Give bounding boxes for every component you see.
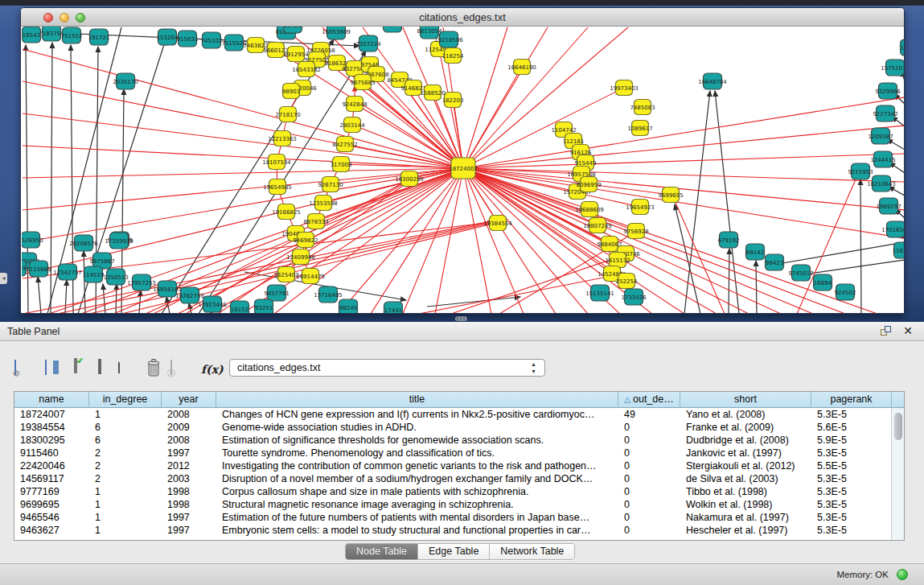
graph-node[interactable]: 16648784	[698, 73, 727, 89]
graph-node[interactable]: 9457791	[264, 285, 289, 301]
graph-node[interactable]: 17441	[384, 302, 403, 314]
table-row[interactable]: 1872400712008Changes of HCN gene express…	[14, 408, 892, 421]
column-header-out_de[interactable]: △out_de…	[618, 392, 680, 408]
tab-node-table[interactable]: Node Table	[346, 544, 418, 559]
graph-node[interactable]: 915031	[177, 31, 199, 47]
column-header-short[interactable]: short	[680, 392, 811, 408]
graph-node[interactable]: 98901	[282, 84, 300, 99]
table-row[interactable]: 911546021997Tourette syndrome. Phenomeno…	[14, 447, 892, 459]
graph-node[interactable]: 2718170	[275, 107, 300, 122]
graph-node[interactable]: 2803144	[339, 117, 365, 133]
graph-node[interactable]: 2035170	[113, 73, 138, 89]
graph-node[interactable]: 12213363	[268, 131, 297, 146]
table-row[interactable]: 946362711997Embryonic stem cells: a mode…	[14, 524, 892, 537]
table-row[interactable]: 1830029562008Estimation of significance …	[14, 434, 892, 447]
table-row[interactable]: 946554611997Estimation of the future num…	[14, 511, 892, 524]
graph-node[interactable]: 9329966	[875, 83, 901, 99]
graph-node[interactable]: 116753	[893, 242, 905, 258]
graph-node[interactable]: 317008	[331, 157, 352, 172]
graph-node[interactable]: 8878334	[303, 214, 329, 229]
graph-node[interactable]: 153204	[157, 29, 179, 45]
table-mode-button[interactable]: ⚙	[14, 360, 16, 383]
graph-node[interactable]: 16305	[384, 27, 402, 32]
float-panel-icon[interactable]	[881, 326, 892, 337]
graph-node[interactable]: 1115689	[26, 261, 51, 277]
graph-node[interactable]: 16543	[23, 27, 41, 43]
function-builder-button[interactable]: f(x)	[201, 362, 224, 385]
splitter-handle[interactable]	[455, 316, 467, 321]
graph-node[interactable]: 16646190	[507, 60, 536, 75]
table-selector-dropdown[interactable]: citations_edges.txt ▲▼	[229, 359, 545, 377]
graph-node[interactable]: 10688609	[575, 202, 604, 217]
graph-node[interactable]: 15723	[284, 27, 302, 33]
graph-node[interactable]: 98245	[339, 299, 358, 314]
graph-node[interactable]: 2526950	[22, 232, 43, 248]
graph-node[interactable]: 16894	[814, 274, 832, 290]
graph-node[interactable]: 18724007	[449, 158, 478, 179]
column-header-name[interactable]: name	[14, 392, 89, 408]
graph-node[interactable]: 7485083	[630, 100, 655, 115]
graph-node[interactable]: 18107534	[262, 154, 291, 170]
table-row[interactable]: 1456911722003Disruption of a novel membe…	[14, 472, 892, 485]
create-column-button[interactable]	[118, 359, 120, 381]
graph-node[interactable]: 1209387	[868, 128, 893, 144]
column-header-title[interactable]: title	[216, 392, 618, 408]
graph-node[interactable]: 16053809	[322, 27, 351, 39]
collapse-west-panel-arrow[interactable]: ◂	[0, 273, 7, 284]
graph-node[interactable]: 9227342	[873, 105, 897, 122]
graph-node[interactable]: 15135141	[585, 285, 614, 301]
table-row[interactable]: 1938455462009Genome-wide association stu…	[14, 421, 892, 434]
tab-network-table[interactable]: Network Table	[490, 544, 574, 559]
graph-node[interactable]: 114519	[83, 266, 105, 282]
graph-node[interactable]: 191721	[88, 29, 110, 45]
graph-node[interactable]: 7625402	[273, 267, 298, 282]
column-header-in_degree[interactable]: in_degree	[89, 392, 162, 408]
graph-node[interactable]: 20206576	[69, 235, 98, 251]
graph-node[interactable]: 182203	[442, 93, 464, 108]
graph-node[interactable]: 7357224	[355, 35, 381, 51]
graph-node[interactable]: 1350513	[103, 269, 128, 285]
graph-node[interactable]: 11174	[901, 39, 906, 56]
graph-node[interactable]: 13716485	[314, 286, 343, 303]
graph-node[interactable]: 93251	[255, 299, 273, 314]
graph-node[interactable]: 9267130	[318, 177, 343, 192]
scrollbar-thumb[interactable]	[894, 413, 902, 440]
table-row[interactable]: 2242004622012Investigating the contribut…	[14, 459, 892, 472]
table-row[interactable]: 969969511998Structural magnetic resonanc…	[14, 498, 892, 511]
column-header-pagerank[interactable]: pagerank	[811, 392, 892, 408]
network-window-titlebar[interactable]: citations_edges.txt	[21, 8, 904, 27]
row-height-button[interactable]	[98, 360, 101, 382]
graph-node[interactable]: 1089617	[627, 121, 652, 136]
graph-node[interactable]: 15751074	[881, 60, 905, 76]
graph-node[interactable]: 1969297	[876, 198, 901, 214]
graph-node[interactable]: 1244415	[870, 151, 895, 167]
network-canvas[interactable]: 1872400774638229660123891295418226058932…	[22, 27, 905, 314]
graph-node[interactable]: 18375	[43, 27, 61, 41]
graph-node[interactable]: 751552	[61, 27, 83, 43]
select-columns-button[interactable]	[74, 359, 77, 381]
graph-node[interactable]: 924502	[835, 284, 856, 300]
column-header-year[interactable]: year	[162, 392, 216, 408]
graph-node[interactable]: 745102	[201, 32, 223, 48]
graph-node[interactable]: 1733426	[621, 289, 647, 305]
show-column-button[interactable]	[45, 360, 47, 383]
graph-node[interactable]: 252254	[616, 274, 638, 289]
graph-node[interactable]: 19654923	[626, 200, 655, 215]
graph-node[interactable]: 7515520	[221, 35, 246, 51]
table-scrollbar[interactable]	[891, 408, 904, 540]
delete-table-button[interactable]: ⓧ	[170, 360, 172, 383]
graph-node[interactable]: 9745012	[788, 265, 813, 281]
tab-edge-table[interactable]: Edge Table	[418, 544, 490, 559]
graph-node[interactable]: 118254	[442, 48, 464, 64]
graph-node[interactable]: 19654985	[263, 179, 292, 195]
graph-node[interactable]: 16210643	[867, 175, 896, 192]
table-row[interactable]: 977716911998Corpus callosum shape and si…	[14, 485, 892, 498]
graph-node[interactable]: 679192	[718, 232, 740, 248]
graph-node[interactable]: 89142	[746, 244, 765, 260]
graph-node[interactable]: 19166825	[272, 204, 301, 220]
close-panel-icon[interactable]: ✕	[903, 324, 913, 337]
graph-node[interactable]: 12353598	[309, 196, 338, 211]
graph-node[interactable]: 98423	[766, 254, 784, 270]
graph-node[interactable]: 16152	[231, 301, 249, 314]
delete-column-button[interactable]	[145, 358, 162, 381]
